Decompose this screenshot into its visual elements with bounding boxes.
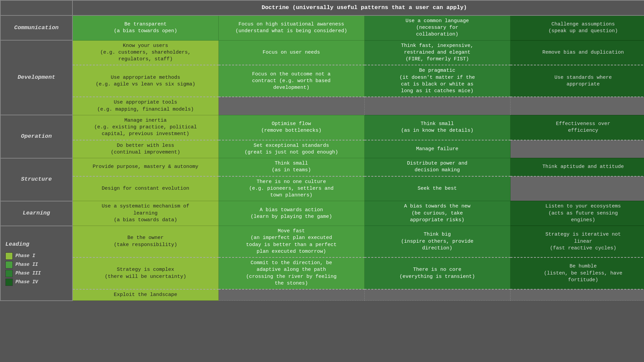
doctrine-cell: Think aptitude and attitude [510,158,644,176]
legend-label: Phase IV [15,279,38,285]
doctrine-cell: Strategy is complex(there will be uncert… [72,257,218,289]
doctrine-cell: Use a systematic mechanism oflearning(a … [72,201,218,226]
table-row: Strategy is complex(there will be uncert… [0,257,644,289]
doctrine-cell: Exploit the landscape [72,289,218,301]
doctrine-cell [364,289,510,301]
doctrine-cell: Think small(as in know the details) [364,115,510,140]
doctrine-cell: Be humble(listen, be selfless, haveforti… [510,257,644,289]
doctrine-cell: Think small(as in teams) [218,158,364,176]
legend-item: Phase III [5,270,41,277]
doctrine-cell: Provide purpose, mastery & autonomy [72,158,218,176]
legend-label: Phase I [15,253,35,259]
doctrine-cell: There is no core(everything is transient… [364,257,510,289]
legend-label: Phase II [15,261,38,268]
table-row: StructureProvide purpose, mastery & auto… [0,158,644,176]
legend-label: Phase III [15,270,41,277]
doctrine-cell [218,289,364,301]
doctrine-cell: Design for constant evolution [72,176,218,201]
header-row: Doctrine (universally useful patterns th… [0,0,644,15]
doctrine-cell: Be pragmatic(it doesn't matter if thecat… [364,65,510,97]
legend-item: Phase IV [5,279,38,286]
doctrine-cell: Distribute power anddecision making [364,158,510,176]
category-cell: Development [0,40,72,115]
category-cell: Structure [0,158,72,201]
doctrine-cell: A bias towards the new(be curious, takea… [364,201,510,226]
table-row: Use appropriate methods(e.g. agile vs le… [0,65,644,97]
doctrine-cell: Use standards whereappropriate [510,65,644,97]
doctrine-cell [510,97,644,115]
legend-item: Phase II [5,261,38,268]
category-header [0,0,72,15]
doctrine-cell: There is no one culture(e.g. pioneers, s… [218,176,364,201]
doctrine-cell: Use a common language(necessary forcolla… [364,15,510,40]
table-row: OperationManage inertia(e.g. existing pr… [0,115,644,140]
doctrine-cell: Be transparent(a bias towards open) [72,15,218,40]
category-cell: Communication [0,15,72,40]
category-cell: LeadingPhase IPhase IIPhase IIIPhase IV [0,226,72,301]
doctrine-cell: A bias towards action(learn by playing t… [218,201,364,226]
doctrine-cell: Know your users(e.g. customers, sharehol… [72,40,218,65]
legend-item: Phase I [5,252,35,260]
table-row: DevelopmentKnow your users(e.g. customer… [0,40,644,65]
doctrine-cell [510,140,644,158]
doctrine-cell: Do better with less(continual improvemen… [72,140,218,158]
doctrine-cell: Optimise flow(remove bottlenecks) [218,115,364,140]
doctrine-cell: Strategy is iterative notlinear(fast rea… [510,226,644,258]
category-cell: Learning [0,201,72,226]
doctrine-header: Doctrine (universally useful patterns th… [72,0,644,15]
legend: LeadingPhase IPhase IIPhase IIIPhase IV [3,239,69,287]
doctrine-cell: Focus on high situational awareness (und… [218,15,364,40]
table-row: Use appropriate tools(e.g. mapping, fina… [0,97,644,115]
doctrine-cell: Manage failure [364,140,510,158]
category-cell: Operation [0,115,72,158]
doctrine-cell: Commit to the direction, beadaptive alon… [218,257,364,289]
main-wrapper: Doctrine (universally useful patterns th… [0,0,644,301]
table-row: LeadingPhase IPhase IIPhase IIIPhase IVB… [0,226,644,258]
doctrine-cell: Think big(inspire others, providedirecti… [364,226,510,258]
doctrine-cell: Effectiveness overefficiency [510,115,644,140]
doctrine-cell: Move fast(an imperfect plan executedtoda… [218,226,364,258]
doctrine-cell: Use appropriate tools(e.g. mapping, fina… [72,97,218,115]
doctrine-cell: Manage inertia(e.g. existing practice, p… [72,115,218,140]
doctrine-table: Doctrine (universally useful patterns th… [0,0,644,301]
table-row: CommunicationBe transparent(a bias towar… [0,15,644,40]
doctrine-label: Doctrine (universally useful patterns th… [262,4,467,11]
doctrine-cell [510,176,644,201]
doctrine-cell [364,97,510,115]
doctrine-cell: Use appropriate methods(e.g. agile vs le… [72,65,218,97]
doctrine-cell: Set exceptional standards(great is just … [218,140,364,158]
doctrine-cell: Focus on the outcome not acontract (e.g.… [218,65,364,97]
doctrine-cell [510,289,644,301]
doctrine-cell [218,97,364,115]
doctrine-cell: Seek the best [364,176,510,201]
doctrine-cell: Think fast, inexpensive,restrained and e… [364,40,510,65]
table-row: LearningUse a systematic mechanism oflea… [0,201,644,226]
doctrine-cell: Be the owner(take responsibility) [72,226,218,258]
table-row: Do better with less(continual improvemen… [0,140,644,158]
doctrine-cell: Listen to your ecosystems(acts as future… [510,201,644,226]
doctrine-cell: Focus on user needs [218,40,364,65]
doctrine-cell: Challenge assumptions(speak up and quest… [510,15,644,40]
table-row: Design for constant evolutionThere is no… [0,176,644,201]
doctrine-cell: Remove bias and duplication [510,40,644,65]
table-row: Exploit the landscape [0,289,644,301]
